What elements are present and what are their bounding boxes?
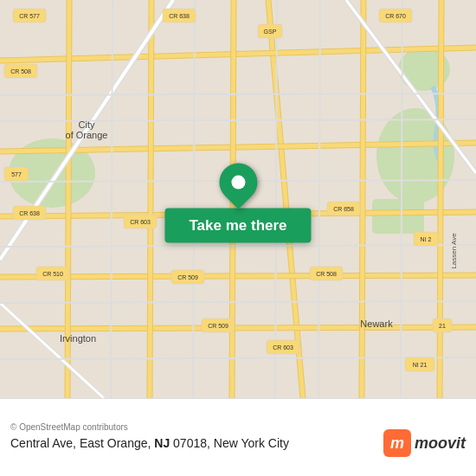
svg-text:CR 670: CR 670 xyxy=(385,13,406,19)
svg-text:CR 577: CR 577 xyxy=(19,13,40,19)
svg-text:21: 21 xyxy=(439,323,446,329)
moovit-icon-letter: m xyxy=(390,434,404,453)
moovit-wordmark: moovit xyxy=(415,434,466,453)
svg-text:CR 509: CR 509 xyxy=(177,274,198,280)
svg-text:577: 577 xyxy=(11,171,22,177)
svg-text:CR 603: CR 603 xyxy=(273,344,293,351)
svg-text:CR 638: CR 638 xyxy=(169,13,190,19)
footer: © OpenStreetMap contributors Central Ave… xyxy=(0,398,476,476)
svg-line-24 xyxy=(440,0,441,398)
svg-text:CR 509: CR 509 xyxy=(208,323,228,329)
svg-text:NI 21: NI 21 xyxy=(413,362,428,368)
svg-text:Newark: Newark xyxy=(360,318,393,329)
moovit-icon: m xyxy=(383,429,411,457)
take-me-there-button[interactable]: Take me there xyxy=(164,209,311,243)
location-pin-inner xyxy=(231,176,245,190)
svg-text:Lassen Ave: Lassen Ave xyxy=(450,233,458,269)
svg-rect-4 xyxy=(372,199,424,234)
svg-text:Irvington: Irvington xyxy=(60,333,96,344)
svg-text:of Orange: of Orange xyxy=(66,130,108,140)
svg-text:City: City xyxy=(79,119,95,130)
moovit-logo: m moovit xyxy=(383,429,466,457)
map-container: CR 577 CR 638 GSP CR 670 CR 508 577 CR 6… xyxy=(0,0,476,398)
svg-text:CR 638: CR 638 xyxy=(19,210,40,216)
svg-text:CR 658: CR 658 xyxy=(333,206,354,212)
attribution-text: © OpenStreetMap contributors xyxy=(10,422,128,432)
svg-text:GSP: GSP xyxy=(264,29,277,35)
svg-text:CR 508: CR 508 xyxy=(316,271,337,277)
svg-text:CR 508: CR 508 xyxy=(10,68,31,74)
svg-line-14 xyxy=(0,327,476,329)
map-overlay: Take me there xyxy=(164,164,311,243)
svg-text:CR 603: CR 603 xyxy=(130,219,151,225)
svg-text:NI 2: NI 2 xyxy=(421,236,432,242)
svg-text:CR 510: CR 510 xyxy=(42,271,63,277)
location-pin xyxy=(211,155,265,209)
svg-line-12 xyxy=(0,275,476,277)
svg-line-22 xyxy=(362,0,363,398)
svg-line-18 xyxy=(150,0,151,398)
